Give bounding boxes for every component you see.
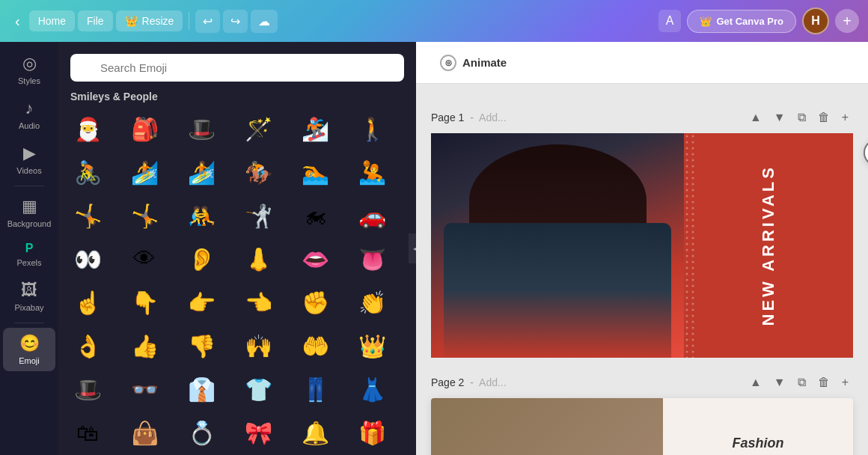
background-icon: ▦ — [22, 197, 37, 216]
page1-add-button[interactable]: + — [837, 108, 853, 127]
page1-canvas[interactable]: NEW ARRIVALS — [431, 133, 853, 358]
emoji-cell[interactable]: 🎀 — [238, 413, 278, 454]
emoji-cell[interactable]: 🏄 — [181, 152, 221, 192]
emoji-cell[interactable]: ✊ — [295, 283, 335, 323]
emoji-cell[interactable]: 🎒 — [124, 109, 165, 149]
redo-button[interactable]: ↪ — [223, 10, 248, 33]
emoji-cell[interactable]: 🚶 — [352, 109, 392, 149]
page2-down-button[interactable]: ▼ — [769, 373, 790, 392]
sidebar-item-styles[interactable]: ◎ Styles — [3, 48, 55, 91]
emoji-cell[interactable]: 👕 — [238, 370, 278, 410]
emoji-cell[interactable]: 👖 — [295, 370, 335, 410]
page2-canvas[interactable]: Fashion — [431, 398, 853, 455]
emoji-cell[interactable]: 🙌 — [238, 326, 278, 367]
emoji-cell[interactable]: 👎 — [181, 326, 221, 367]
emoji-search-area: 🔍 — [58, 42, 416, 88]
plus-button[interactable]: + — [835, 9, 859, 33]
page1-copy-button[interactable]: ⧉ — [793, 108, 810, 127]
emoji-cell[interactable]: 💍 — [181, 413, 221, 454]
canvas-content: Page 1 - Add... ▲ ▼ ⧉ 🗑 + — [431, 54, 853, 455]
emoji-cell[interactable]: 👈 — [238, 283, 278, 323]
emoji-cell[interactable]: 👜 — [124, 413, 165, 454]
emoji-cell[interactable]: 🛍 — [67, 413, 108, 454]
emoji-cell[interactable]: 👉 — [181, 283, 221, 323]
emoji-cell[interactable]: 🤲 — [295, 326, 335, 367]
sidebar-separator-2 — [14, 323, 44, 323]
a-button[interactable]: A — [658, 10, 682, 32]
sidebar-label-videos: Videos — [16, 166, 41, 175]
emoji-cell[interactable]: 🤸 — [124, 195, 165, 236]
emoji-cell[interactable]: 👓 — [124, 370, 165, 410]
topbar: ‹ Home File 👑 Resize ↩ ↪ ☁ A 👑 Get Canva… — [0, 0, 868, 42]
emoji-cell[interactable]: 👍 — [124, 326, 165, 367]
panel-collapse-button[interactable]: ◀ — [409, 233, 416, 263]
page1-up-button[interactable]: ▲ — [745, 108, 766, 127]
emoji-cell[interactable]: 🪄 — [238, 109, 278, 149]
undo-button[interactable]: ↩ — [195, 10, 220, 33]
emoji-cell[interactable]: 👑 — [352, 326, 392, 367]
emoji-cell[interactable]: 🤼 — [181, 195, 221, 236]
emoji-cell[interactable]: 🎁 — [352, 413, 392, 454]
emoji-cell[interactable]: 🚴 — [67, 152, 108, 192]
cloud-button[interactable]: ☁ — [251, 10, 278, 33]
emoji-section-title: Smileys & People — [58, 88, 416, 109]
emoji-cell[interactable]: 🤽 — [352, 152, 392, 192]
emoji-cell[interactable]: 🏇 — [238, 152, 278, 192]
sidebar-item-audio[interactable]: ♪ Audio — [3, 93, 55, 136]
emoji-cell[interactable]: 👂 — [181, 239, 221, 279]
page2-actions: ▲ ▼ ⧉ 🗑 + — [745, 373, 853, 392]
emoji-cell[interactable]: 👏 — [352, 283, 392, 323]
sidebar-item-pexels[interactable]: P Pexels — [3, 236, 55, 273]
home-button[interactable]: Home — [29, 10, 75, 31]
emoji-search-input[interactable] — [70, 54, 404, 82]
page1-refresh-button[interactable]: ↻ — [864, 139, 868, 166]
emoji-cell[interactable]: 👄 — [295, 239, 335, 279]
emoji-cell[interactable]: 🏊 — [295, 152, 335, 192]
emoji-cell[interactable]: 🤸 — [67, 195, 108, 236]
jacket-shape — [444, 223, 672, 358]
resize-button[interactable]: 👑 Resize — [116, 10, 183, 31]
emoji-cell[interactable]: 👔 — [181, 370, 221, 410]
emoji-cell[interactable]: 👅 — [352, 239, 392, 279]
file-button[interactable]: File — [78, 10, 113, 31]
emoji-cell[interactable]: 🎩 — [67, 370, 108, 410]
sidebar-item-pixabay[interactable]: 🖼 Pixabay — [3, 275, 55, 318]
main-layout: ◎ Styles ♪ Audio ▶ Videos ▦ Background P… — [0, 42, 868, 455]
avatar[interactable]: H — [802, 7, 829, 34]
page1-down-button[interactable]: ▼ — [769, 108, 790, 127]
page1-red-side: NEW ARRIVALS — [684, 133, 853, 358]
emoji-cell[interactable]: 🏂 — [295, 109, 335, 149]
sidebar-separator — [14, 186, 44, 186]
emoji-cell[interactable]: 🎩 — [181, 109, 221, 149]
emoji-cell[interactable]: 🔔 — [295, 413, 335, 454]
page2-copy-button[interactable]: ⧉ — [793, 373, 810, 392]
emoji-cell[interactable]: 👁 — [124, 239, 165, 279]
emoji-cell[interactable]: 👃 — [238, 239, 278, 279]
page2-header: Page 2 - Add... ▲ ▼ ⧉ 🗑 + — [431, 373, 853, 392]
sidebar-label-styles: Styles — [18, 76, 40, 85]
emoji-cell[interactable]: 🚗 — [352, 195, 392, 236]
emoji-cell[interactable]: 👌 — [67, 326, 108, 367]
back-button[interactable]: ‹ — [9, 10, 26, 33]
emoji-cell[interactable]: 🤺 — [238, 195, 278, 236]
emoji-cell[interactable]: 👀 — [67, 239, 108, 279]
emoji-cell[interactable]: 🏄 — [124, 152, 165, 192]
get-pro-button[interactable]: 👑 Get Canva Pro — [687, 10, 796, 33]
emoji-cell[interactable]: 👇 — [124, 283, 165, 323]
page1-arrivals-text: NEW ARRIVALS — [759, 165, 778, 326]
sidebar-item-videos[interactable]: ▶ Videos — [3, 138, 55, 181]
emoji-cell[interactable]: 👗 — [352, 370, 392, 410]
page1-delete-button[interactable]: 🗑 — [813, 108, 834, 127]
page2-add-button[interactable]: + — [837, 373, 853, 392]
sidebar-item-background[interactable]: ▦ Background — [3, 191, 55, 234]
emoji-cell[interactable]: 🎅 — [67, 109, 108, 149]
audio-icon: ♪ — [25, 99, 34, 118]
page2-up-button[interactable]: ▲ — [745, 373, 766, 392]
emoji-cell[interactable]: 🏍 — [295, 195, 335, 236]
sidebar-label-pixabay: Pixabay — [14, 303, 43, 312]
sidebar-item-emoji[interactable]: 😊 Emoji — [3, 328, 55, 371]
animate-button[interactable]: ◎ Animate — [431, 50, 516, 76]
page2-delete-button[interactable]: 🗑 — [813, 373, 834, 392]
emoji-cell[interactable]: ☝ — [67, 283, 108, 323]
sidebar-label-audio: Audio — [19, 121, 40, 130]
